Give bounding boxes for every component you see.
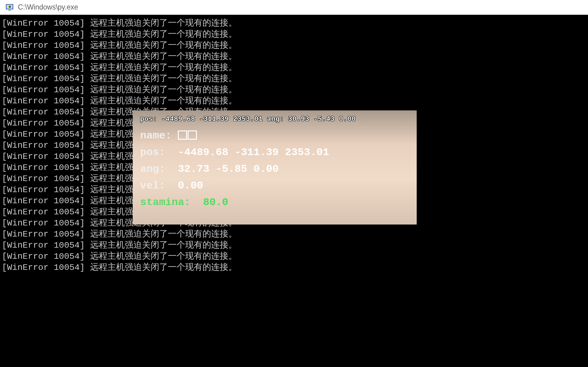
console-error-line: [WinError 10054] 远程主机强迫关闭了一个现有的连接。 (0, 229, 588, 240)
python-console-icon (6, 3, 14, 11)
overlay-topline: pos: -4489.68 -311.39 2353.01 ang: 30.93… (140, 115, 409, 123)
name-label: name: (140, 130, 172, 142)
debug-overlay: pos: -4489.68 -311.39 2353.01 ang: 30.93… (133, 110, 417, 225)
stamina-value: 80.0 (203, 196, 228, 208)
overlay-vel-row: vel: 0.00 (140, 179, 409, 193)
overlay-stamina-row: stamina: 80.0 (140, 195, 409, 209)
pos-label: pos: (140, 146, 165, 158)
svg-point-3 (9, 6, 11, 8)
overlay-ang-row: ang: 32.73 -5.85 0.00 (140, 162, 409, 176)
window-titlebar: C:\Windows\py.exe (0, 0, 588, 15)
console-error-line: [WinError 10054] 远程主机强迫关闭了一个现有的连接。 (0, 73, 588, 85)
stamina-label: stamina: (140, 196, 190, 208)
console-error-line: [WinError 10054] 远程主机强迫关闭了一个现有的连接。 (0, 18, 588, 29)
console-output[interactable]: [WinError 10054] 远程主机强迫关闭了一个现有的连接。[WinEr… (0, 15, 588, 367)
console-error-line: [WinError 10054] 远程主机强迫关闭了一个现有的连接。 (0, 51, 588, 62)
window-title: C:\Windows\py.exe (18, 3, 78, 11)
tofu-glyph-icon (178, 130, 187, 140)
console-error-line: [WinError 10054] 远程主机强迫关闭了一个现有的连接。 (0, 96, 588, 107)
vel-value: 0.00 (178, 180, 203, 192)
pos-value: -4489.68 -311.39 2353.01 (178, 146, 329, 158)
console-error-line: [WinError 10054] 远程主机强迫关闭了一个现有的连接。 (0, 262, 588, 273)
tofu-glyph-icon (188, 130, 197, 140)
console-error-line: [WinError 10054] 远程主机强迫关闭了一个现有的连接。 (0, 40, 588, 51)
ang-label: ang: (140, 163, 165, 175)
console-error-line: [WinError 10054] 远程主机强迫关闭了一个现有的连接。 (0, 240, 588, 251)
ang-value: 32.73 -5.85 0.00 (178, 163, 278, 175)
console-error-line: [WinError 10054] 远程主机强迫关闭了一个现有的连接。 (0, 62, 588, 73)
overlay-pos-row: pos: -4489.68 -311.39 2353.01 (140, 145, 409, 159)
console-error-line: [WinError 10054] 远程主机强迫关闭了一个现有的连接。 (0, 85, 588, 96)
overlay-name-row: name: (140, 129, 409, 143)
console-error-line: [WinError 10054] 远程主机强迫关闭了一个现有的连接。 (0, 29, 588, 40)
console-error-line: [WinError 10054] 远程主机强迫关闭了一个现有的连接。 (0, 251, 588, 262)
vel-label: vel: (140, 180, 165, 192)
name-value (178, 130, 198, 142)
